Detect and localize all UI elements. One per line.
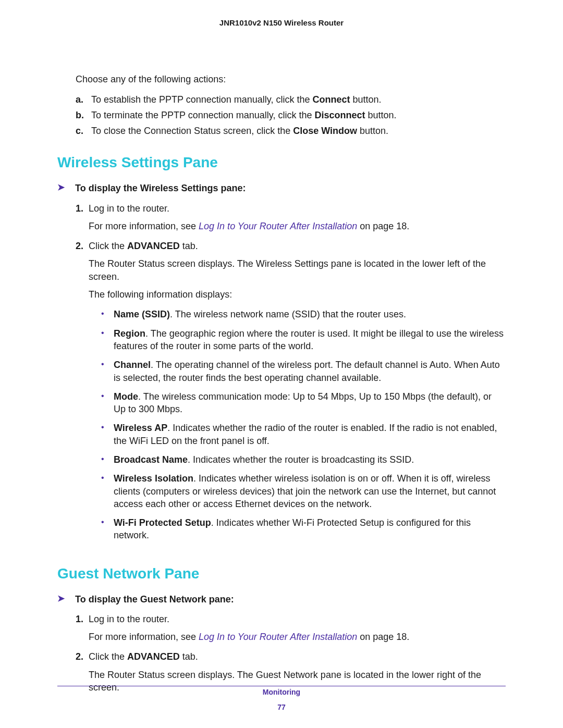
action-label: b. [76,109,91,121]
bullet-icon: • [101,327,114,353]
step-more: For more information, see Log In to Your… [89,220,506,232]
action-text: To establish the PPTP connection manuall… [91,93,506,106]
text-pre: To close the Connection Status screen, c… [91,126,293,136]
page: JNR1010v2 N150 Wireless Router Choose an… [0,0,563,728]
numbered-list: 1. Log in to the router. For more inform… [76,613,506,694]
numbered-list: 1. Log in to the router. For more inform… [76,202,506,548]
wireless-settings-heading: Wireless Settings Pane [57,153,506,172]
text-post: tab. [180,241,198,251]
bullet-icon: • [101,516,114,542]
more-post: on page 18. [357,221,409,231]
term: Wireless AP [114,423,167,433]
bullet-body: Name (SSID). The wireless network name (… [114,308,506,320]
bullet-item: •Broadcast Name. Indicates whether the r… [101,453,506,466]
bullet-body: Wireless Isolation. Indicates whether wi… [114,472,506,510]
text-bold: Disconnect [315,110,365,120]
footer-page-number: 77 [0,702,563,712]
cross-ref-link[interactable]: Log In to Your Router After Installation [199,221,357,231]
guest-network-heading: Guest Network Pane [57,564,506,584]
more-pre: For more information, see [89,632,199,642]
term: Mode [114,391,138,402]
text-post: tab. [180,651,198,662]
procedure-heading: ➤ To display the Wireless Settings pane: [57,182,506,194]
desc: . Indicates whether the router is broadc… [188,454,414,465]
bullet-body: Wi-Fi Protected Setup. Indicates whether… [114,516,506,542]
step-desc2: The following information displays: [89,288,506,301]
bullet-item: •Wireless Isolation. Indicates whether w… [101,472,506,510]
bullet-icon: • [101,308,114,320]
step-desc: The Router Status screen displays. The W… [89,257,506,283]
action-item: b. To terminate the PPTP connection manu… [76,109,506,121]
arrow-icon: ➤ [57,593,75,605]
text-bold: ADVANCED [127,241,180,251]
text-bold: Connect [313,94,350,105]
step-body: Log in to the router. For more informati… [89,613,506,644]
bullet-item: •Wireless AP. Indicates whether the radi… [101,422,506,447]
bullet-icon: • [101,453,114,466]
bullet-list: •Name (SSID). The wireless network name … [101,308,506,541]
text-pre: Click the [89,241,127,251]
arrow-icon: ➤ [57,182,75,194]
step-text: Log in to the router. [89,202,506,215]
cross-ref-link[interactable]: Log In to Your Router After Installation [199,632,357,642]
action-item: c. To close the Connection Status screen… [76,125,506,137]
bullet-item: •Name (SSID). The wireless network name … [101,308,506,320]
text-post: button. [350,94,382,105]
step-text: Log in to the router. [89,613,506,625]
desc: . The geographic region where the router… [114,328,504,351]
bullet-item: •Region. The geographic region where the… [101,327,506,353]
desc: . The wireless network name (SSID) that … [170,309,406,319]
bullet-body: Region. The geographic region where the … [114,327,506,353]
step-text: Click the ADVANCED tab. [89,240,506,252]
action-label: c. [76,125,91,137]
footer-rule [57,686,506,686]
text-bold: ADVANCED [127,651,180,662]
bullet-item: •Mode. The wireless communication mode: … [101,390,506,416]
step-number: 1. [76,202,89,233]
step-number: 2. [76,240,89,548]
term: Wi-Fi Protected Setup [114,517,211,528]
bullet-item: •Channel. The operating channel of the w… [101,359,506,384]
text-post: button. [357,126,388,136]
action-label: a. [76,93,91,106]
term: Region [114,328,145,339]
bullet-body: Wireless AP. Indicates whether the radio… [114,422,506,447]
term: Name (SSID) [114,309,170,319]
term: Broadcast Name [114,454,188,465]
bullet-body: Mode. The wireless communication mode: U… [114,390,506,416]
bullet-icon: • [101,472,114,510]
step-text: Click the ADVANCED tab. [89,650,506,663]
procedure-heading: ➤ To display the Guest Network pane: [57,593,506,606]
step-body: Log in to the router. For more informati… [89,202,506,233]
page-footer: Monitoring 77 [0,687,563,712]
step-body: Click the ADVANCED tab. The Router Statu… [89,240,506,548]
bullet-item: •Wi-Fi Protected Setup. Indicates whethe… [101,516,506,542]
action-list: a. To establish the PPTP connection manu… [76,93,506,138]
bullet-icon: • [101,422,114,447]
desc: . Indicates whether the radio of the rou… [114,423,497,446]
intro-line: Choose any of the following actions: [76,73,506,85]
text-post: button. [365,110,397,120]
procedure-title: To display the Guest Network pane: [75,593,234,606]
desc: . The operating channel of the wireless … [114,360,500,382]
action-text: To close the Connection Status screen, c… [91,125,506,137]
step-more: For more information, see Log In to Your… [89,631,506,643]
more-pre: For more information, see [89,221,199,231]
bullet-body: Channel. The operating channel of the wi… [114,359,506,384]
bullet-icon: • [101,359,114,384]
text-pre: To establish the PPTP connection manuall… [91,94,313,105]
term: Wireless Isolation [114,473,193,484]
product-header: JNR1010v2 N150 Wireless Router [57,18,506,28]
desc: . The wireless communication mode: Up to… [114,391,492,414]
footer-section: Monitoring [0,687,563,697]
action-item: a. To establish the PPTP connection manu… [76,93,506,106]
bullet-icon: • [101,390,114,416]
action-text: To terminate the PPTP connection manuall… [91,109,506,121]
text-pre: Click the [89,651,127,662]
text-bold: Close Window [293,126,357,136]
bullet-body: Broadcast Name. Indicates whether the ro… [114,453,506,466]
more-post: on page 18. [357,632,409,642]
text-pre: To terminate the PPTP connection manuall… [91,110,315,120]
step-number: 1. [76,613,89,644]
step-1: 1. Log in to the router. For more inform… [76,202,506,233]
